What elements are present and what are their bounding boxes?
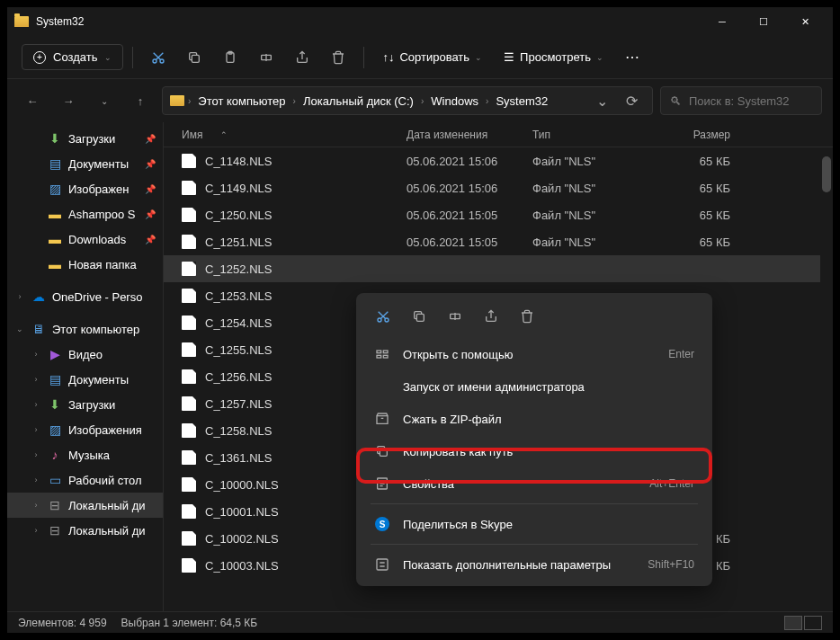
sidebar-item[interactable]: ›⬇Загрузки xyxy=(7,392,163,417)
sidebar-item[interactable]: ›▤Документы xyxy=(7,367,163,392)
sidebar-item[interactable]: ⌄🖥Этот компьютер xyxy=(7,316,163,342)
sidebar-label: Новая папка xyxy=(68,258,137,271)
crumb-system32[interactable]: System32 xyxy=(492,93,551,110)
sidebar-item[interactable]: ▬Downloads📌 xyxy=(7,227,163,252)
svg-rect-11 xyxy=(377,355,381,358)
ctx-cut-button[interactable] xyxy=(367,302,399,331)
crumb-pc[interactable]: Этот компьютер xyxy=(194,93,289,110)
ctx-rename-button[interactable] xyxy=(439,302,471,331)
view-label: Просмотреть xyxy=(520,50,591,64)
sidebar: ⬇Загрузки📌▤Документы📌▨Изображен📌▬Ashampo… xyxy=(7,122,164,611)
ctx-icon xyxy=(374,411,390,427)
item-icon: 🖥 xyxy=(31,321,47,337)
ctx-item[interactable]: SПоделиться в Skype xyxy=(362,508,707,540)
search-input[interactable]: 🔍︎ Поиск в: System32 xyxy=(660,86,822,115)
close-button[interactable]: ✕ xyxy=(784,7,826,36)
sidebar-item[interactable]: ›⊟Локальный ди xyxy=(7,518,163,543)
file-date: 05.06.2021 15:06 xyxy=(407,182,532,195)
addr-chevron[interactable]: ⌄ xyxy=(589,89,615,113)
ctx-item[interactable]: Копировать как путь xyxy=(362,435,707,467)
recent-button[interactable]: ⌄ xyxy=(90,86,119,115)
minimize-button[interactable]: ─ xyxy=(701,7,743,36)
sidebar-item[interactable]: ›▭Рабочий стол xyxy=(7,467,163,493)
sort-label: Сортировать xyxy=(399,50,469,64)
svg-rect-8 xyxy=(416,314,424,321)
new-button[interactable]: + Создать ⌄ xyxy=(22,44,123,70)
expand-icon: › xyxy=(31,375,41,384)
scrollbar[interactable] xyxy=(820,147,833,611)
up-button[interactable]: ↑ xyxy=(126,86,155,115)
file-date: 05.06.2021 15:05 xyxy=(407,209,532,222)
share-button[interactable] xyxy=(286,41,318,74)
file-row[interactable]: C_1252.NLS xyxy=(164,255,833,282)
sidebar-item[interactable]: ▤Документы📌 xyxy=(7,151,163,176)
search-placeholder: Поиск в: System32 xyxy=(689,94,790,108)
sidebar-item[interactable]: ›♪Музыка xyxy=(7,442,163,467)
sidebar-label: Загрузки xyxy=(68,132,115,146)
expand-icon: ⌄ xyxy=(14,324,25,333)
sidebar-item[interactable]: ›▨Изображения xyxy=(7,417,163,442)
col-size[interactable]: Размер xyxy=(658,129,730,141)
sidebar-label: Изображения xyxy=(68,423,142,437)
forward-button[interactable]: → xyxy=(54,86,83,115)
pin-icon: 📌 xyxy=(145,184,156,194)
ctx-copy-button[interactable] xyxy=(403,302,435,331)
ctx-item[interactable]: Запуск от имени администратора xyxy=(362,370,707,403)
scrollbar-thumb[interactable] xyxy=(822,156,831,192)
toolbar: + Создать ⌄ ↑↓ Сортировать ⌄ ☰ Просмотре… xyxy=(7,36,833,79)
sidebar-item[interactable]: ▨Изображен📌 xyxy=(7,176,163,201)
delete-button[interactable] xyxy=(322,41,354,74)
folder-icon xyxy=(170,95,184,106)
crumb-windows[interactable]: Windows xyxy=(427,93,482,110)
item-icon: ▭ xyxy=(47,472,63,488)
back-button[interactable]: ← xyxy=(18,86,47,115)
refresh-button[interactable]: ⟳ xyxy=(619,89,645,113)
col-date[interactable]: Дата изменения xyxy=(407,129,532,141)
col-name[interactable]: Имя xyxy=(182,129,202,141)
ctx-delete-button[interactable] xyxy=(511,302,543,331)
sidebar-item[interactable]: ›☁OneDrive - Perso xyxy=(7,284,163,309)
expand-icon: › xyxy=(14,292,25,301)
search-icon: 🔍︎ xyxy=(670,94,682,108)
sidebar-label: Локальный ди xyxy=(68,499,146,512)
file-row[interactable]: C_1148.NLS05.06.2021 15:06Файл "NLS"65 К… xyxy=(164,147,833,174)
ctx-item[interactable]: СвойстваAlt+Enter xyxy=(362,467,707,500)
sidebar-item[interactable]: ›⊟Локальный ди xyxy=(7,493,163,518)
sidebar-item[interactable]: ›▶Видео xyxy=(7,342,163,367)
sidebar-label: OneDrive - Perso xyxy=(52,290,142,304)
file-row[interactable]: C_1250.NLS05.06.2021 15:05Файл "NLS"65 К… xyxy=(164,201,833,228)
ctx-separator xyxy=(371,544,698,545)
list-view-button[interactable] xyxy=(784,616,802,630)
crumb-drive[interactable]: Локальный диск (C:) xyxy=(299,93,417,110)
col-type[interactable]: Тип xyxy=(532,129,658,141)
crumb-sep: › xyxy=(486,96,488,106)
sort-button[interactable]: ↑↓ Сортировать ⌄ xyxy=(373,45,491,69)
cut-button[interactable] xyxy=(142,41,174,74)
svg-rect-2 xyxy=(192,55,200,62)
pin-icon: 📌 xyxy=(145,235,156,244)
sidebar-item[interactable]: ▬Новая папка xyxy=(7,252,163,277)
ctx-item[interactable]: Открыть с помощьюEnter xyxy=(362,338,707,370)
file-row[interactable]: C_1251.NLS05.06.2021 15:05Файл "NLS"65 К… xyxy=(164,228,833,255)
sidebar-item[interactable]: ⬇Загрузки📌 xyxy=(7,126,163,151)
ctx-item[interactable]: Сжать в ZIP-файл xyxy=(362,403,707,435)
ctx-share-button[interactable] xyxy=(475,302,507,331)
file-row[interactable]: C_1149.NLS05.06.2021 15:06Файл "NLS"65 К… xyxy=(164,174,833,201)
maximize-button[interactable]: ☐ xyxy=(743,7,784,36)
new-label: Создать xyxy=(53,50,97,64)
ctx-item[interactable]: Показать дополнительные параметрыShift+F… xyxy=(362,548,707,581)
rename-button[interactable] xyxy=(250,41,282,74)
sidebar-item[interactable]: ▬Ashampoo S📌 xyxy=(7,201,163,227)
svg-rect-13 xyxy=(383,355,388,358)
address-bar[interactable]: › Этот компьютер › Локальный диск (C:) ›… xyxy=(162,86,653,115)
view-button[interactable]: ☰ Просмотреть ⌄ xyxy=(495,45,612,69)
copy-button[interactable] xyxy=(178,41,210,74)
more-button[interactable]: ⋯ xyxy=(616,41,648,74)
grid-view-button[interactable] xyxy=(804,616,822,630)
paste-button[interactable] xyxy=(214,41,246,74)
item-icon: ⬇ xyxy=(47,396,63,413)
expand-icon: › xyxy=(31,501,41,510)
ctx-separator xyxy=(371,503,698,504)
separator xyxy=(132,47,133,68)
expand-icon: › xyxy=(31,350,41,359)
